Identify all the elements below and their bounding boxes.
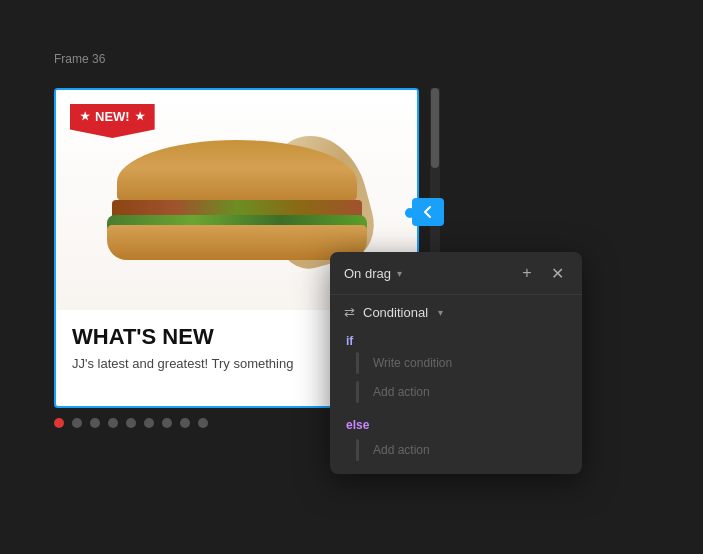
popup-panel: On drag ▾ + ✕ ⇄ Conditional ▾ if Write c… bbox=[330, 252, 582, 474]
if-keyword: if bbox=[346, 334, 568, 348]
else-add-action-row: Add action bbox=[356, 436, 568, 464]
else-add-action-border bbox=[356, 439, 359, 461]
popup-close-button[interactable]: ✕ bbox=[546, 262, 568, 284]
conditional-chevron-icon: ▾ bbox=[438, 307, 443, 318]
frame-label: Frame 36 bbox=[54, 52, 105, 66]
else-keyword: else bbox=[346, 418, 568, 432]
if-add-action-row: Add action bbox=[356, 378, 568, 406]
popup-trigger-chevron-icon: ▾ bbox=[397, 268, 402, 279]
popup-body: ⇄ Conditional ▾ if Write condition Add a… bbox=[330, 295, 582, 474]
arrow-left-icon bbox=[421, 205, 435, 219]
pagination-dots bbox=[54, 418, 208, 428]
if-add-action-button[interactable]: Add action bbox=[367, 381, 436, 403]
popup-header: On drag ▾ + ✕ bbox=[330, 252, 582, 295]
conditional-row[interactable]: ⇄ Conditional ▾ bbox=[344, 305, 568, 320]
dot-5[interactable] bbox=[126, 418, 136, 428]
conditional-label: Conditional bbox=[363, 305, 428, 320]
scroll-thumb[interactable] bbox=[431, 88, 439, 168]
if-block: if Write condition Add action bbox=[344, 330, 568, 410]
dot-8[interactable] bbox=[180, 418, 190, 428]
if-add-action-border bbox=[356, 381, 359, 403]
popup-trigger-label: On drag bbox=[344, 266, 391, 281]
badge-text: NEW! bbox=[95, 109, 130, 124]
dot-2[interactable] bbox=[72, 418, 82, 428]
dot-1[interactable] bbox=[54, 418, 64, 428]
dot-6[interactable] bbox=[144, 418, 154, 428]
condition-left-border bbox=[356, 352, 359, 374]
dot-3[interactable] bbox=[90, 418, 100, 428]
sandwich-bottom-bun bbox=[107, 225, 367, 260]
star-right-icon: ★ bbox=[135, 110, 145, 123]
condition-input-row: Write condition bbox=[356, 352, 568, 374]
write-condition-field[interactable]: Write condition bbox=[367, 352, 458, 374]
arrow-button[interactable] bbox=[412, 198, 444, 226]
popup-title-row[interactable]: On drag ▾ bbox=[344, 266, 402, 281]
popup-header-actions: + ✕ bbox=[516, 262, 568, 284]
popup-add-button[interactable]: + bbox=[516, 262, 538, 284]
conditional-arrows-icon: ⇄ bbox=[344, 305, 355, 320]
star-left-icon: ★ bbox=[80, 110, 90, 123]
dot-9[interactable] bbox=[198, 418, 208, 428]
else-add-action-button[interactable]: Add action bbox=[367, 439, 436, 461]
dot-4[interactable] bbox=[108, 418, 118, 428]
dot-7[interactable] bbox=[162, 418, 172, 428]
